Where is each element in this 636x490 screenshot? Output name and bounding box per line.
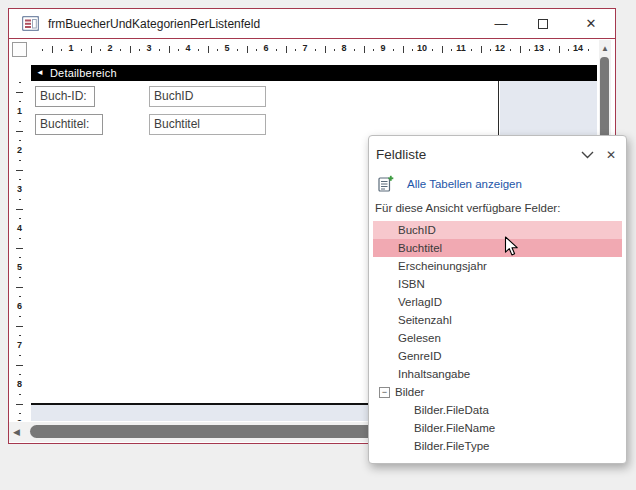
ruler-tick xyxy=(217,49,218,51)
fieldlist-item-bilder-filetype[interactable]: Bilder.FileType xyxy=(369,437,626,455)
fieldlist-item-label: GenreID xyxy=(398,347,441,365)
window-title: frmBuecherUndKategorienPerListenfeld xyxy=(48,17,260,31)
textbox-buchtitel[interactable]: Buchtitel xyxy=(149,114,266,135)
ruler-tick xyxy=(354,49,355,51)
ruler-tick xyxy=(19,160,21,161)
fieldlist-item-inhaltsangabe[interactable]: Inhaltsangabe xyxy=(369,365,626,383)
ruler-tick xyxy=(403,46,404,53)
ruler-tick xyxy=(16,404,23,405)
ruler-number: 3 xyxy=(12,184,27,194)
close-button[interactable]: ✕ xyxy=(575,9,607,38)
fieldlist-item-bilder-filename[interactable]: Bilder.FileName xyxy=(369,419,626,437)
maximize-icon xyxy=(538,19,548,29)
ruler-tick xyxy=(19,121,21,122)
ruler-number: 6 xyxy=(263,43,268,53)
panel-close-icon[interactable]: ✕ xyxy=(606,149,616,161)
ruler-tick xyxy=(19,199,21,200)
ruler-tick xyxy=(19,296,21,297)
ruler-tick xyxy=(42,49,43,51)
ruler-tick xyxy=(16,365,23,366)
ruler-number: 2 xyxy=(12,145,27,155)
horizontal-ruler-row: 1234567891011121314 xyxy=(9,40,615,60)
ruler-tick xyxy=(19,179,21,180)
ruler-tick xyxy=(16,287,23,288)
fieldlist-item-gelesen[interactable]: Gelesen xyxy=(369,329,626,347)
maximize-button[interactable] xyxy=(527,9,559,38)
fieldlist-item-seitenzahl[interactable]: Seitenzahl xyxy=(369,311,626,329)
ruler-tick xyxy=(16,326,23,327)
scroll-up-icon[interactable]: ▲ xyxy=(599,40,611,53)
ruler-tick xyxy=(19,374,21,375)
ruler-tick xyxy=(588,49,589,51)
ruler-tick xyxy=(19,238,21,239)
ruler-tick xyxy=(295,49,296,51)
ruler-tick xyxy=(247,46,248,53)
fieldlist-item-label: ISBN xyxy=(398,275,425,293)
window-titlebar: frmBuecherUndKategorienPerListenfeld — ✕ xyxy=(9,9,615,39)
fieldlist-item-label: Seitenzahl xyxy=(398,311,452,329)
minimize-button[interactable]: — xyxy=(485,9,517,38)
ruler-tick xyxy=(61,49,62,51)
ruler-tick xyxy=(19,335,21,336)
ruler-tick xyxy=(373,49,374,51)
mouse-cursor-icon xyxy=(504,236,520,258)
label-buch-id[interactable]: Buch-ID: xyxy=(35,86,95,107)
fieldlist-item-label: Inhaltsangabe xyxy=(398,365,470,383)
section-header-label: Detailbereich xyxy=(50,67,117,79)
ruler-tick xyxy=(81,49,82,51)
show-all-tables-link[interactable]: Alle Tabellen anzeigen xyxy=(378,175,626,192)
ruler-tick xyxy=(19,82,21,83)
ruler-tick xyxy=(442,46,443,53)
ruler-tick xyxy=(16,131,23,132)
ruler-tick xyxy=(19,140,21,141)
ruler-tick xyxy=(276,49,277,51)
fieldlist-item-label: VerlagID xyxy=(398,293,442,311)
ruler-tick xyxy=(334,49,335,51)
ruler-tick xyxy=(325,46,326,53)
textbox-buchid[interactable]: BuchID xyxy=(149,86,266,107)
ruler-tick xyxy=(412,49,413,51)
fieldlist-item-buchid[interactable]: BuchID xyxy=(373,221,622,239)
ruler-tick xyxy=(208,46,209,53)
ruler-tick xyxy=(451,49,452,51)
fieldlist-item-label: Bilder.FileType xyxy=(414,437,489,455)
ruler-tick xyxy=(100,49,101,51)
ruler-origin-box[interactable] xyxy=(12,42,27,57)
scroll-left-icon[interactable]: ◀ xyxy=(13,427,20,437)
fieldlist-item-verlagid[interactable]: VerlagID xyxy=(369,293,626,311)
show-all-tables-label: Alle Tabellen anzeigen xyxy=(407,178,522,190)
table-add-icon xyxy=(378,175,394,192)
fieldlist-title: Feldliste xyxy=(376,147,569,162)
chevron-down-icon[interactable] xyxy=(581,149,594,161)
fieldlist-item-bilder-filedata[interactable]: Bilder.FileData xyxy=(369,401,626,419)
fieldlist-item-bilder[interactable]: −Bilder xyxy=(369,383,626,401)
fieldlist-panel: Feldliste ✕ Alle Tabellen anzeigen Für d… xyxy=(368,135,627,464)
ruler-tick xyxy=(16,92,23,93)
ruler-tick xyxy=(568,49,569,51)
tree-collapse-icon[interactable]: − xyxy=(379,387,390,398)
ruler-tick xyxy=(286,46,287,53)
ruler-tick xyxy=(471,49,472,51)
ruler-number: 8 xyxy=(341,43,346,53)
ruler-tick xyxy=(16,170,23,171)
fieldlist-item-buchtitel[interactable]: Buchtitel xyxy=(373,239,622,257)
ruler-tick xyxy=(490,49,491,51)
ruler-number: 14 xyxy=(573,43,583,53)
fieldlist-caption: Für diese Ansicht verfügbare Felder: xyxy=(375,202,626,214)
detail-section-header[interactable]: ◄ Detailbereich xyxy=(31,65,597,81)
ruler-tick xyxy=(549,49,550,51)
ruler-tick xyxy=(364,46,365,53)
ruler-tick xyxy=(178,49,179,51)
ruler-tick xyxy=(139,49,140,51)
ruler-number: 2 xyxy=(107,43,112,53)
ruler-tick xyxy=(19,355,21,356)
fieldlist-item-genreid[interactable]: GenreID xyxy=(369,347,626,365)
fieldlist-item-erscheinungsjahr[interactable]: Erscheinungsjahr xyxy=(369,257,626,275)
ruler-number: 1 xyxy=(12,106,27,116)
fieldlist-item-isbn[interactable]: ISBN xyxy=(369,275,626,293)
label-buchtitel[interactable]: Buchtitel: xyxy=(35,114,103,135)
vertical-ruler: 123456789 xyxy=(12,61,28,421)
ruler-tick xyxy=(315,49,316,51)
ruler-number: 1 xyxy=(68,43,73,53)
ruler-number: 7 xyxy=(12,340,27,350)
